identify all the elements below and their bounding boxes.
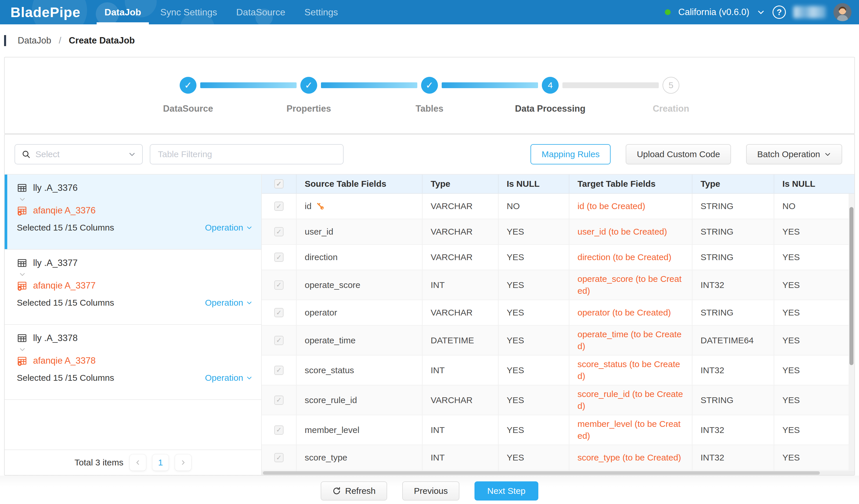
target-table-name: afanqie A_3378 [33, 356, 96, 366]
row-checkbox-cell: ✓ [262, 245, 297, 270]
table-header-row: ✓ Source Table Fields Type Is NULL Targe… [262, 175, 854, 194]
target-table-name: afanqie A_3377 [33, 280, 96, 291]
source-null-cell: YES [499, 270, 569, 300]
previous-button[interactable]: Previous [402, 482, 459, 501]
select-all-checkbox[interactable]: ✓ [274, 179, 284, 189]
target-field-cell: score_type (to be Created) [569, 445, 692, 470]
row-checkbox[interactable]: ✓ [274, 227, 284, 236]
target-field-cell: operate_time (to be Created) [569, 326, 692, 355]
target-field-cell: member_level (to be Created) [569, 415, 692, 444]
row-checkbox[interactable]: ✓ [274, 453, 284, 462]
next-step-button[interactable]: Next Step [474, 482, 538, 501]
chevron-down-icon [18, 196, 253, 203]
user-name-blurred[interactable] [794, 6, 826, 18]
env-label[interactable]: California (v0.6.0) [678, 7, 749, 17]
breadcrumb: DataJob / Create DataJob [0, 25, 859, 57]
batch-operation-button[interactable]: Batch Operation [746, 144, 842, 164]
target-table-create-icon [17, 205, 27, 216]
next-page-button[interactable] [175, 454, 191, 471]
nav-item-datasource[interactable]: DataSource [227, 0, 295, 25]
select-dropdown[interactable]: Select [15, 144, 143, 164]
row-checkbox[interactable]: ✓ [274, 202, 284, 211]
vertical-scrollbar[interactable] [848, 194, 854, 471]
source-field-name: id [305, 201, 312, 211]
operation-link[interactable]: Operation [205, 223, 253, 233]
source-field-name: member_level [305, 425, 359, 435]
refresh-button[interactable]: Refresh [321, 482, 387, 501]
source-field-cell: score_status [297, 356, 423, 385]
selected-columns-text: Selected 15 /15 Columns [17, 373, 114, 383]
horizontal-scrollbar[interactable] [262, 471, 854, 475]
nav-item-settings[interactable]: Settings [295, 0, 348, 25]
mapping-rules-button[interactable]: Mapping Rules [530, 144, 611, 164]
source-type-cell: INT [423, 270, 499, 300]
source-field-name: operator [305, 308, 337, 317]
row-checkbox-cell: ✓ [262, 300, 297, 325]
chevron-down-icon [824, 151, 831, 158]
target-type-cell: INT32 [692, 270, 774, 300]
source-field-name: score_type [305, 453, 347, 462]
app-logo[interactable]: BladePipe [11, 4, 80, 20]
header-checkbox-cell: ✓ [262, 175, 297, 193]
toolbar-buttons: Mapping Rules Upload Custom Code Batch O… [530, 144, 842, 164]
row-checkbox[interactable]: ✓ [274, 396, 284, 405]
step-check-icon: ✓ [300, 77, 317, 94]
row-checkbox[interactable]: ✓ [274, 253, 284, 262]
avatar[interactable] [833, 3, 852, 21]
row-checkbox[interactable]: ✓ [274, 336, 284, 345]
step-check-icon: ✓ [421, 77, 438, 94]
breadcrumb-parent[interactable]: DataJob [18, 35, 51, 46]
table-body: ✓ id VARCHAR NO id (to be Created) STRIN… [262, 194, 854, 475]
chevron-down-icon[interactable] [757, 8, 765, 16]
table-filter-input[interactable] [150, 144, 344, 164]
step-connector [442, 82, 538, 88]
vertical-scrollbar-thumb[interactable] [849, 207, 854, 365]
table-pair-item[interactable]: lly .A_3376 afanqie A_3376 Selected 15 /… [5, 175, 261, 250]
source-field-cell: score_type [297, 445, 423, 470]
page-number-button[interactable]: 1 [152, 454, 169, 471]
source-field-name: score_status [305, 365, 354, 375]
horizontal-scrollbar-thumb[interactable] [263, 471, 820, 475]
nav-item-datajob[interactable]: DataJob [95, 0, 151, 25]
prev-page-button[interactable] [130, 454, 146, 471]
source-table-icon [17, 258, 27, 268]
chevron-down-icon [18, 271, 253, 278]
step-creation: 5 Creation [663, 77, 679, 114]
row-checkbox[interactable]: ✓ [274, 280, 284, 290]
stepper-card: ✓ DataSource ✓ Properties ✓ Tables 4 Dat… [4, 57, 855, 134]
help-icon[interactable]: ? [772, 5, 786, 19]
source-field-cell: member_level [297, 415, 423, 444]
target-field-cell: score_rule_id (to be Created) [569, 385, 692, 415]
target-type-cell: STRING [692, 245, 774, 270]
target-null-cell: NO [774, 194, 854, 219]
content-card: Select Mapping Rules Upload Custom Code … [4, 134, 855, 476]
total-items-text: Total 3 items [75, 458, 123, 468]
table-row: ✓ id VARCHAR NO id (to be Created) STRIN… [262, 194, 854, 219]
nav-item-sync-settings[interactable]: Sync Settings [151, 0, 227, 25]
stepper: ✓ DataSource ✓ Properties ✓ Tables 4 Dat… [180, 77, 679, 114]
row-checkbox[interactable]: ✓ [274, 308, 284, 317]
target-null-cell: YES [774, 300, 854, 325]
source-field-name: direction [305, 252, 337, 262]
target-null-cell: YES [774, 385, 854, 415]
source-type-cell: DATETIME [423, 326, 499, 355]
target-type-cell: INT32 [692, 356, 774, 385]
step-connector [321, 82, 417, 88]
operation-link[interactable]: Operation [205, 373, 253, 383]
row-checkbox[interactable]: ✓ [274, 425, 284, 435]
row-checkbox-cell: ✓ [262, 445, 297, 470]
breadcrumb-separator: / [59, 35, 61, 46]
target-null-cell: YES [774, 326, 854, 355]
table-row: ✓ score_status INT YES score_status (to … [262, 356, 854, 385]
source-field-cell: id [297, 194, 423, 219]
topbar: BladePipe DataJob Sync Settings DataSour… [0, 0, 859, 25]
row-checkbox[interactable]: ✓ [274, 366, 284, 375]
table-pair-item[interactable]: lly .A_3377 afanqie A_3377 Selected 15 /… [5, 250, 261, 325]
source-field-cell: operator [297, 300, 423, 325]
upload-custom-code-button[interactable]: Upload Custom Code [626, 144, 731, 164]
table-pair-item[interactable]: lly .A_3378 afanqie A_3378 Selected 15 /… [5, 325, 261, 400]
target-null-cell: YES [774, 245, 854, 270]
operation-link[interactable]: Operation [205, 298, 253, 308]
col-header-target-fields: Target Table Fields [569, 175, 692, 193]
source-field-cell: user_id [297, 219, 423, 244]
